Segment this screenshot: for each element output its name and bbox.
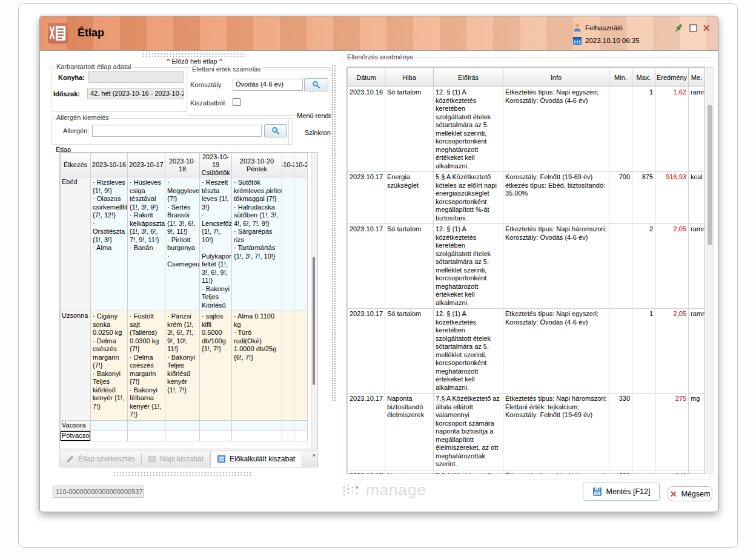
calendar-icon — [573, 36, 582, 45]
menu-col-day7[interactable]: 2023-10-22 — [294, 153, 308, 177]
menu-cell[interactable]: · Húsleves csiga tésztával {1!, 3!, 9!} … — [128, 177, 165, 311]
col-info[interactable]: Info — [503, 68, 609, 87]
menu-book-icon — [47, 22, 69, 44]
col-rule[interactable]: Előírás — [434, 68, 503, 87]
menu-cell[interactable] — [128, 420, 165, 430]
menu-header-row: Étkezés 2023-10-16 2023-10-17 2023-10-18… — [61, 153, 308, 177]
menu-cell[interactable] — [232, 420, 282, 430]
menu-table-container: Étkezés 2023-10-16 2023-10-17 2023-10-18… — [59, 152, 318, 449]
user-block: Felhasználó 2023.10.10 06:35 — [573, 21, 640, 47]
col-unit[interactable]: Me. — [689, 68, 705, 87]
user-name: Felhasználó — [585, 24, 623, 31]
validation-row[interactable]: 2023.10.17Naponta biztosítandó élelmisze… — [348, 470, 705, 474]
meal-name[interactable]: Vacsora — [61, 420, 91, 430]
meal-name[interactable]: Ebéd — [61, 177, 91, 311]
validation-header-row: Dátum Hiba Előírás Info Min. Max. Eredmé… — [348, 68, 705, 87]
col-result[interactable]: Eredmény — [655, 68, 689, 87]
validation-row[interactable]: 2023.10.17Energia szükséglet 5.§ A Közét… — [348, 172, 705, 224]
meal-name[interactable]: Uzsonna — [61, 311, 91, 421]
col-min[interactable]: Min. — [609, 68, 632, 87]
col-date[interactable]: Dátum — [348, 68, 385, 87]
menu-cell[interactable] — [294, 420, 308, 430]
splitter-grip-bottom[interactable] — [113, 472, 252, 476]
menu-cell[interactable] — [294, 311, 308, 421]
current-datetime: 2023.10.10 06:35 — [585, 37, 640, 44]
panel-splitter[interactable] — [331, 65, 336, 401]
menu-cell[interactable]: · Meggyleves {7!} · Sertés Brassói {1!, … — [165, 177, 200, 311]
previous-week-link[interactable]: ^ Előző heti étlap ^ — [125, 58, 264, 65]
validation-row[interactable]: 2023.10.17Só tartalom 12. § (1) A közétk… — [348, 224, 705, 309]
from-batch-checkbox[interactable] — [233, 98, 240, 106]
menu-col-day4[interactable]: 2023-10-19 Csütörtök — [200, 153, 232, 177]
validation-row[interactable]: 2023.10.16Só tartalom 12. § (1) A közétk… — [348, 87, 705, 172]
menu-col-day6[interactable]: 2023-10-21 — [282, 153, 294, 177]
meal-name-focused[interactable]: Pótvacsora — [61, 430, 91, 441]
allergen-field[interactable] — [92, 125, 262, 137]
physio-calc-group — [187, 70, 331, 116]
splitter-grip-top[interactable] — [142, 53, 246, 57]
daily-batch-button[interactable]: Napi kiszabat — [142, 451, 210, 467]
allergen-label: Allergén: — [63, 127, 89, 134]
toolbar-overflow-chevron[interactable]: » — [312, 452, 316, 458]
menu-cell[interactable] — [232, 430, 282, 441]
validation-row[interactable]: 2023.10.17Só tartalom 12. § (1) A közétk… — [348, 309, 705, 394]
menu-row-late-dinner: Pótvacsora — [61, 430, 308, 441]
record-id-field[interactable]: 110-00000000000000000537 — [53, 486, 144, 498]
menu-order-sync-button[interactable]: Szinkron — [305, 129, 331, 136]
pin-icon[interactable] — [674, 23, 684, 33]
menu-cell[interactable] — [282, 177, 294, 311]
col-error[interactable]: Hiba — [385, 68, 434, 87]
save-button[interactable]: Mentés [F12] — [583, 483, 660, 501]
app-window: Étlap Felhasználó 2023.10.10 06:35 ✕ ^ E… — [18, 3, 738, 548]
cancel-button[interactable]: ✕ Mégsem — [668, 486, 712, 501]
list-icon — [217, 455, 226, 463]
menu-cell[interactable] — [282, 311, 294, 421]
menu-cell[interactable] — [294, 177, 308, 311]
menu-cell[interactable]: · Sütőtök krémleves,pirított tökmaggal {… — [232, 177, 282, 311]
allergen-group-title: Allergén kiemelés — [55, 114, 111, 121]
menu-cell[interactable] — [294, 430, 308, 441]
menu-cell[interactable] — [165, 430, 200, 441]
precalculated-batch-button[interactable]: Előkalkulált kiszabat — [210, 451, 301, 467]
validation-scrollbar-thumb[interactable] — [708, 105, 712, 245]
col-max[interactable]: Max. — [632, 68, 655, 87]
close-icon[interactable]: ✕ — [703, 24, 711, 32]
age-group-field[interactable]: Óvodás (4-6 év) — [233, 79, 303, 91]
menu-col-day1[interactable]: 2023-10-16 — [91, 153, 128, 177]
edit-menu-button[interactable]: Étlap szerkesztés — [60, 451, 141, 467]
allergen-search-button[interactable] — [264, 124, 287, 137]
validation-table: Dátum Hiba Előírás Info Min. Max. Eredmé… — [347, 67, 705, 474]
menu-cell[interactable] — [282, 420, 294, 430]
menu-col-day2[interactable]: 2023-10-17 — [128, 153, 165, 177]
menu-cell[interactable]: · Rizsleves {1!, 9!} · Olaszos csirkemel… — [91, 177, 128, 311]
kitchen-label: Konyha: — [58, 74, 85, 81]
menu-cell[interactable]: · sajtos kifli 0.5000 db/100g {1!, 7!} — [200, 311, 232, 421]
menu-cell[interactable]: · Alma 0.1100 kg · Túró rudi(Oké) 1.0000… — [232, 311, 282, 421]
menu-cell[interactable] — [91, 430, 128, 441]
validation-group-title: Ellenőrzés eredménye — [345, 53, 415, 61]
menu-col-day5[interactable]: 2023-10-20 Péntek — [232, 153, 282, 177]
page-title: Étlap — [78, 27, 104, 39]
menu-col-day3[interactable]: 2023-10-18 — [165, 153, 200, 177]
menu-row-snack: Uzsonna · Cigány sonka 0.0250 kg · Delma… — [61, 311, 308, 421]
menu-cell[interactable]: · Reszelt tészta leves {1!, 3!} · Lencse… — [200, 177, 232, 311]
menu-cell[interactable] — [91, 420, 128, 430]
menu-cell[interactable] — [165, 420, 200, 430]
menu-cell[interactable] — [128, 430, 165, 441]
menu-cell[interactable] — [282, 430, 294, 441]
menu-scrollbar-thumb[interactable] — [313, 257, 315, 385]
kitchen-field[interactable] — [88, 71, 184, 83]
user-icon — [573, 23, 582, 32]
from-batch-label: Kiszabatból: — [190, 99, 227, 107]
validation-row[interactable]: 2023.10.17Naponta biztosítandó élelmisze… — [348, 394, 705, 470]
menu-cell[interactable]: · Cigány sonka 0.0250 kg · Delma csészés… — [91, 311, 128, 421]
menu-cell[interactable]: · Füstölt sajt (Talléros) 0.0300 kg {7!}… — [128, 311, 165, 421]
menu-cell[interactable] — [200, 420, 232, 430]
manage-logo: manage — [342, 480, 426, 500]
period-field[interactable]: 42. hét (2023-10-16 - 2023-10-2 — [87, 88, 184, 99]
menu-col-meal[interactable]: Étkezés — [61, 153, 91, 177]
menu-cell[interactable]: · Párizsi krém {1!, 3!, 6!, 7!, 9!, 10!,… — [165, 311, 200, 421]
age-group-search-button[interactable] — [304, 78, 328, 91]
maximize-icon[interactable] — [689, 24, 697, 32]
menu-cell[interactable] — [200, 430, 232, 441]
